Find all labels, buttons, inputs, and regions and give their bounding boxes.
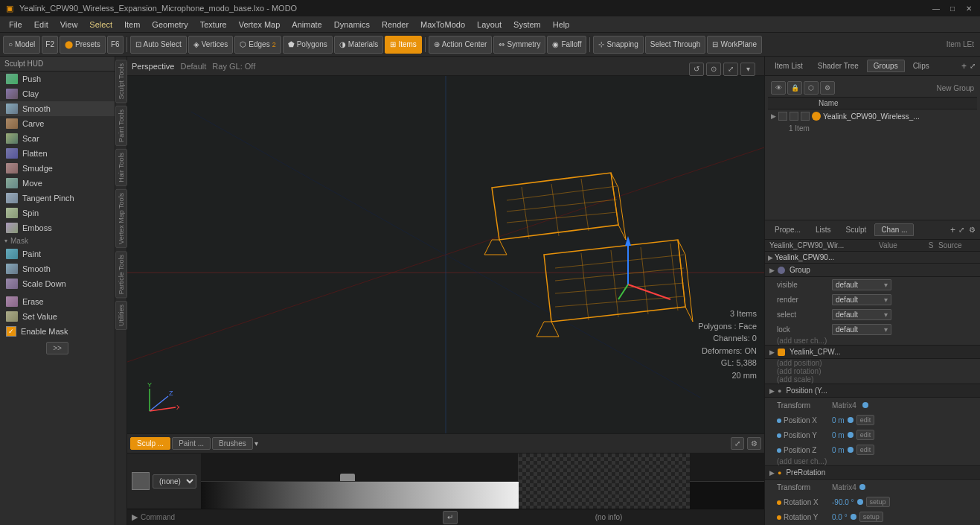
tab-sculpt[interactable]: Sculpt: [839, 223, 874, 236]
tool-enable-mask[interactable]: ✓ Enable Mask: [0, 324, 115, 339]
prerotation-section-header[interactable]: ▶ ● PreRotation: [765, 465, 980, 480]
visible-dropdown[interactable]: default: [832, 279, 891, 290]
tool-push[interactable]: Push: [0, 71, 115, 86]
sculpt-hud[interactable]: Sculpt HUD: [0, 57, 115, 71]
side-tab-hair[interactable]: Hair Tools: [115, 149, 127, 186]
f6-button[interactable]: F6: [107, 36, 124, 54]
model-mode-button[interactable]: ○ Model: [3, 36, 40, 54]
maximize-button[interactable]: □: [947, 3, 958, 13]
tool-set-value[interactable]: Set Value: [0, 309, 115, 324]
tool-erase[interactable]: Erase: [0, 294, 115, 309]
tool-spin[interactable]: Spin: [0, 206, 115, 220]
pos-z-edit[interactable]: edit: [856, 445, 875, 455]
tab-clips[interactable]: Clips: [906, 60, 936, 72]
tool-emboss[interactable]: Emboss: [0, 220, 115, 235]
tool-flatten[interactable]: Flatten: [0, 146, 115, 161]
tool-scar[interactable]: Scar: [0, 131, 115, 146]
side-tab-vertex-map[interactable]: Vertex Map Tools: [115, 189, 127, 248]
gear-button[interactable]: ⚙: [820, 81, 835, 95]
tree-root-item[interactable]: ▶ Yealink_CPW90...: [765, 252, 980, 264]
tab-item-list[interactable]: Item List: [768, 60, 810, 72]
tab-channels[interactable]: Chan ...: [874, 223, 914, 236]
tool-mask-smooth[interactable]: Smooth: [0, 261, 115, 276]
action-center-button[interactable]: ⊕ Action Center: [429, 36, 493, 54]
add-tab-button[interactable]: +: [961, 61, 967, 71]
tab-shader-tree[interactable]: Shader Tree: [811, 60, 865, 72]
vp-refresh-button[interactable]: ↺: [689, 63, 704, 76]
select-dropdown[interactable]: default: [832, 309, 891, 320]
tool-scale-down[interactable]: Scale Down: [0, 276, 115, 291]
menu-dynamics[interactable]: Dynamics: [328, 19, 376, 31]
item-row-group[interactable]: ▶ Yealink_CPW90_Wireless_...: [768, 109, 977, 123]
color-swatch[interactable]: [132, 472, 150, 490]
falloff-button[interactable]: ◉ Falloff: [547, 36, 586, 54]
menu-item[interactable]: Item: [118, 19, 146, 31]
side-tab-paint[interactable]: Paint Tools: [115, 106, 127, 146]
menu-help[interactable]: Help: [547, 19, 576, 31]
viewport-3d[interactable]: Z X Y 3 Items Polygons : Face Channels: …: [127, 76, 764, 433]
footer-tab-sculpt[interactable]: Sculp ...: [130, 437, 170, 450]
pos-x-edit[interactable]: edit: [856, 415, 875, 425]
menu-animate[interactable]: Animate: [286, 19, 327, 31]
position-section-header[interactable]: ▶ ● Position (Y...: [765, 384, 980, 398]
footer-brushes-arrow[interactable]: ▾: [254, 439, 258, 448]
side-tab-utilities[interactable]: Utilities: [115, 301, 127, 330]
group-expand[interactable]: ▶: [769, 267, 775, 274]
lock-dropdown[interactable]: default: [832, 324, 891, 335]
enable-mask-checkbox[interactable]: ✓: [6, 326, 16, 337]
prop-settings-button[interactable]: ⚙: [967, 224, 977, 235]
add-prop-tab-button[interactable]: +: [950, 225, 955, 235]
tool-smooth[interactable]: Smooth: [0, 101, 115, 116]
position-expand[interactable]: ▶: [769, 387, 775, 395]
vp-menu-button[interactable]: ▾: [740, 63, 755, 76]
expand-prop-button[interactable]: ⤢: [957, 224, 966, 235]
tool-mask-paint[interactable]: Paint: [0, 246, 115, 261]
menu-texture[interactable]: Texture: [194, 19, 233, 31]
snapping-button[interactable]: ⊹ Snapping: [593, 36, 643, 54]
menu-vertex-map[interactable]: Vertex Map: [233, 19, 286, 31]
vp-maximize-button[interactable]: ⤢: [723, 63, 738, 76]
lock-button[interactable]: 🔒: [787, 81, 802, 95]
minimize-button[interactable]: —: [931, 3, 941, 13]
footer-settings-button[interactable]: ⚙: [747, 437, 761, 450]
presets-button[interactable]: ⬤ Presets: [60, 36, 106, 54]
tool-tangent-pinch[interactable]: Tangent Pinch: [0, 191, 115, 206]
group-header[interactable]: ▶ Group: [765, 264, 980, 277]
tab-groups[interactable]: Groups: [867, 60, 905, 72]
edges-button[interactable]: ⬡ Edges 2: [234, 36, 281, 54]
footer-tab-brushes[interactable]: Brushes: [212, 437, 253, 450]
materials-button[interactable]: ◑ Materials: [334, 36, 384, 54]
menu-select[interactable]: Select: [83, 19, 118, 31]
rot-x-setup[interactable]: setup: [866, 497, 890, 507]
side-tab-sculpt[interactable]: Sculpt Tools: [115, 60, 127, 103]
tab-lists[interactable]: Lists: [809, 223, 838, 236]
auto-select-button[interactable]: ⊡ Auto Select: [130, 36, 187, 54]
symmetry-button[interactable]: ⇔ Symmetry: [493, 36, 545, 54]
root-expand-arrow[interactable]: ▶: [768, 254, 773, 261]
eye-button[interactable]: 👁: [771, 81, 786, 95]
command-input[interactable]: [141, 513, 443, 521]
prerotation-expand[interactable]: ▶: [769, 469, 775, 477]
vertices-button[interactable]: ◈ Vertices: [188, 36, 234, 54]
menu-system[interactable]: System: [507, 19, 547, 31]
menu-maxtomodo[interactable]: MaxToModo: [414, 19, 471, 31]
footer-tab-paint[interactable]: Paint ...: [172, 437, 211, 450]
menu-edit[interactable]: Edit: [28, 19, 54, 31]
pos-y-edit[interactable]: edit: [856, 430, 875, 440]
render-dropdown[interactable]: default: [832, 294, 891, 305]
menu-geometry[interactable]: Geometry: [146, 19, 193, 31]
side-tab-particle[interactable]: Particle Tools: [115, 251, 127, 298]
menu-view[interactable]: View: [54, 19, 84, 31]
f2-button[interactable]: F2: [42, 36, 58, 54]
tab-properties[interactable]: Prope...: [768, 223, 807, 236]
expand-button[interactable]: >>: [46, 342, 68, 354]
menu-render[interactable]: Render: [376, 19, 414, 31]
none-select-dropdown[interactable]: (none): [153, 474, 196, 489]
expand-panel-button[interactable]: ⤢: [968, 60, 977, 71]
yealink-expand[interactable]: ▶: [769, 349, 775, 356]
tool-move[interactable]: Move: [0, 176, 115, 191]
tool-clay[interactable]: Clay: [0, 86, 115, 101]
select-through-button[interactable]: Select Through: [645, 36, 706, 54]
rot-y-setup[interactable]: setup: [859, 512, 883, 522]
menu-file[interactable]: File: [3, 19, 28, 31]
